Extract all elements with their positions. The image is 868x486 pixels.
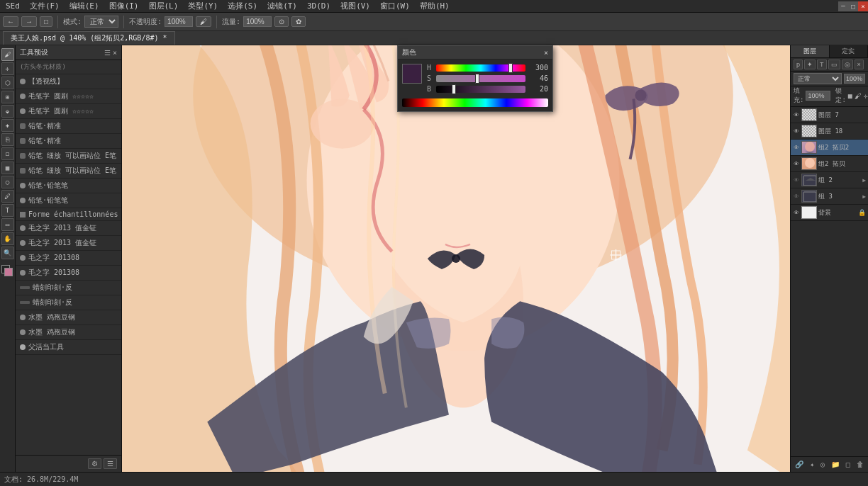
menu-file[interactable]: 文件(F) [27,0,62,12]
eraser-tool[interactable]: ◻ [1,147,14,160]
layer-vis-5[interactable]: 👁 [793,193,800,200]
brush-item-5[interactable]: 铅笔 细放 可以画站位 E笔 [16,149,121,164]
gradient-tool[interactable]: ▦ [1,162,14,174]
layer-item-0[interactable]: 👁 图层 7 [791,107,868,123]
layer-vis-0[interactable]: 👁 [793,111,800,118]
brightness-slider[interactable] [436,86,525,93]
channels-tab[interactable]: 定实 [830,45,869,57]
brush-tool[interactable]: 🖌 [1,48,14,61]
menu-window[interactable]: 窗口(W) [377,0,413,12]
menu-help[interactable]: 帮助(H) [417,0,452,12]
layer-opacity-input[interactable] [844,74,865,84]
layer-style-button[interactable]: ✦ [808,459,816,470]
saturation-slider[interactable] [436,75,525,82]
lasso-tool[interactable]: ⬡ [1,77,14,89]
brush-item-3[interactable]: 铅笔·精准 [16,119,121,134]
brush-item-14[interactable]: 蜡刻印刻·反 [16,281,121,295]
brush-item-10[interactable]: 毛之字 2013 值金钲 [16,221,121,236]
layer-mask-button[interactable]: ◎ [819,459,826,470]
menu-image[interactable]: 图像(I) [106,0,142,12]
brush-item-12[interactable]: 毛之字 201308 [16,251,121,266]
brush-item-0[interactable]: 【透视线】 [16,74,121,89]
lock-position[interactable]: ✛ [864,92,868,100]
menu-view[interactable]: 视图(V) [338,0,373,12]
layer-collapse-arrow-5[interactable]: ▶ [862,193,866,200]
layer-filter-off[interactable]: × [855,60,864,69]
pressure-button[interactable]: ⊙ [274,16,289,27]
menu-filter[interactable]: 滤镜(T) [265,0,300,12]
hue-slider[interactable] [436,64,525,72]
new-layer-button[interactable]: □ [845,459,852,470]
lock-transparent[interactable]: ■ [848,92,852,100]
layer-vis-4[interactable]: 👁 [793,176,800,183]
airbrush-button[interactable]: 🖌 [196,16,211,27]
brush-item-18[interactable]: 父活当工具 [16,340,121,355]
layer-item-4[interactable]: 👁 组 2 ▶ [791,172,868,188]
layer-vis-6[interactable]: 👁 [793,209,800,216]
shape-tool[interactable]: ▭ [1,218,14,231]
brush-item-9[interactable]: Forme échantillonnées 5.1.1 [16,208,121,221]
move-tool[interactable]: ✛ [1,62,14,75]
layer-item-1[interactable]: 👁 图层 18 [791,123,868,140]
brush-item-6[interactable]: 铅笔 细放 可以画站位 E笔 [16,164,121,179]
brush-item-4[interactable]: 铅笔·精准 [16,134,121,149]
zoom-tool[interactable]: 🔍 [1,247,14,259]
brush-list-button[interactable]: ☰ [104,458,117,469]
brush-item-17[interactable]: 水墨 鸡孢豆钢 [16,325,121,340]
menu-layer[interactable]: 图层(L) [146,0,182,12]
menu-edit[interactable]: 编辑(E) [67,0,102,12]
text-tool[interactable]: T [1,204,14,217]
clone-tool[interactable]: ⎘ [1,133,14,146]
layer-link-button[interactable]: 🔗 [794,459,805,470]
brush-item-1[interactable]: 毛笔字 圆刷 ☆☆☆☆☆ [16,89,121,104]
mode-select[interactable]: 正常 [84,16,118,28]
layer-item-5[interactable]: 👁 组 3 ▶ [791,188,868,205]
delete-layer-button[interactable]: 🗑 [855,459,865,470]
layer-collapse-arrow-4[interactable]: ▶ [862,177,866,183]
menu-type[interactable]: 类型(Y) [185,0,221,12]
new-button[interactable]: □ [40,16,52,27]
eyedropper-tool[interactable]: ⬙ [1,105,14,118]
dodge-tool[interactable]: ○ [1,176,14,188]
menu-select[interactable]: 选择(S) [225,0,260,12]
toolbar-back-button[interactable]: ← [3,16,18,27]
layer-filter-adj[interactable]: ✦ [804,60,816,69]
brush-item-8[interactable]: 铅笔·铅笔笔 [16,193,121,208]
brush-item-15[interactable]: 蜡刻印刻·反 [16,295,121,310]
blend-mode-select[interactable]: 正常 [794,73,842,84]
lock-pixels[interactable]: 🖌 [855,92,862,100]
foreground-color[interactable] [4,268,13,276]
brush-item-2[interactable]: 毛笔字 圆刷 ☆☆☆☆☆ [16,104,121,119]
new-group-button[interactable]: 📁 [830,459,841,470]
layer-item-3[interactable]: 👁 组2 拓贝 [791,156,868,172]
color-preview[interactable] [402,64,422,84]
brush-panel-close[interactable]: × [113,49,117,57]
layer-item-2[interactable]: 👁 组2 拓贝2 [791,140,868,156]
layer-vis-1[interactable]: 👁 [793,128,800,135]
layer-filter-shape[interactable]: ▭ [828,60,840,69]
brush-panel-menu[interactable]: ☰ [104,49,111,57]
flow-input[interactable] [243,16,272,27]
layer-filter-type[interactable]: T [817,60,827,69]
color-spectrum[interactable] [402,98,548,107]
maximize-button[interactable]: □ [848,1,858,11]
crop-tool[interactable]: ⊞ [1,91,14,103]
document-tab[interactable]: 美王人娘.psd @ 140% (组2拓贝2,RGB/8#) * [3,31,175,45]
minimize-button[interactable]: ─ [838,1,848,11]
heal-tool[interactable]: ✚ [1,119,14,132]
close-button[interactable]: × [858,1,868,11]
color-picker-close[interactable]: × [544,49,548,57]
fill-input[interactable] [806,91,830,101]
toolbar-forward-button[interactable]: → [21,16,37,27]
menu-3d[interactable]: 3D(D) [304,1,333,11]
brush-item-13[interactable]: 毛之字 201308 [16,266,121,281]
brush-item-11[interactable]: 毛之字 2013 值金钲 [16,236,121,251]
layer-item-6[interactable]: 👁 背景 🔒 [791,205,868,221]
tablet-button[interactable]: ✿ [291,16,306,27]
layer-vis-2[interactable]: 👁 [793,144,800,151]
opacity-input[interactable] [165,16,193,27]
color-swatches[interactable] [1,265,14,278]
layer-filter-kind[interactable]: p [794,60,803,69]
hand-tool[interactable]: ✋ [1,232,14,245]
brush-item-16[interactable]: 水墨 鸡孢豆钢 [16,310,121,325]
